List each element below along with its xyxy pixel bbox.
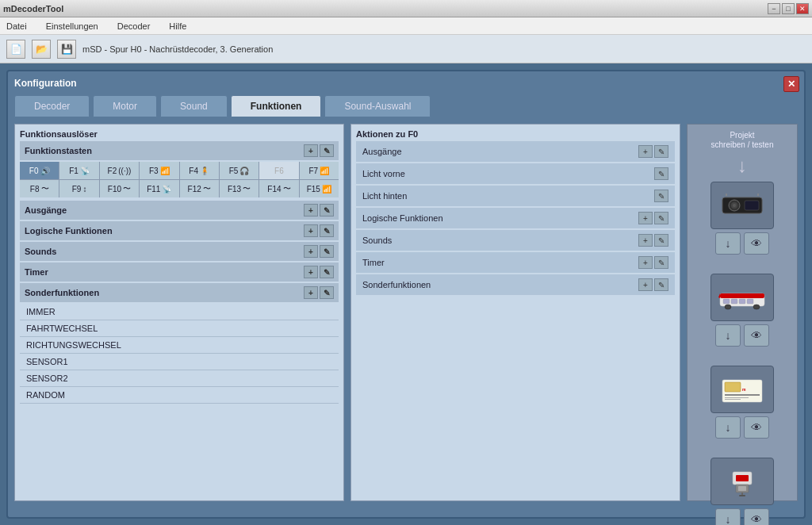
right-ausgange-add[interactable]: +	[638, 145, 653, 158]
fkey-f8-label: F8	[30, 185, 40, 194]
fkey-f12[interactable]: F12 〜	[180, 180, 219, 197]
train-view-button[interactable]: 👁	[744, 324, 769, 347]
fkey-f5[interactable]: F5 🎧	[220, 162, 259, 179]
close-window-button[interactable]: ✕	[796, 3, 809, 14]
right-sounds-edit[interactable]: ✎	[654, 234, 668, 247]
fkey-f5-label: F5	[229, 167, 239, 175]
tab-sound-auswahl[interactable]: Sound-Auswahl	[324, 95, 431, 117]
right-sonder-add[interactable]: +	[638, 278, 653, 291]
list-item-fahrtwechsel[interactable]: FAHRTWECHSEL	[20, 320, 339, 337]
sonder-edit-button[interactable]: ✎	[320, 286, 334, 299]
tab-funktionen[interactable]: Funktionen	[231, 95, 322, 117]
right-ausgange-header[interactable]: Ausgänge + ✎	[356, 141, 675, 162]
timer-add-button[interactable]: +	[304, 266, 318, 278]
list-item-sensor2[interactable]: SENSOR2	[20, 370, 339, 387]
right-licht-vorne-edit[interactable]: ✎	[654, 167, 668, 180]
fkey-f15[interactable]: F15 📶	[300, 180, 339, 197]
usb-download-button[interactable]: ↓	[715, 508, 741, 525]
timer-edit-button[interactable]: ✎	[320, 266, 334, 278]
funktionstasten-add-button[interactable]: +	[304, 144, 318, 157]
logische-edit-button[interactable]: ✎	[320, 224, 334, 237]
logische-add-button[interactable]: +	[304, 224, 318, 237]
left-section-label: Funktionsauslöser	[20, 129, 339, 139]
sounds-add-button[interactable]: +	[304, 245, 318, 258]
tab-sound[interactable]: Sound	[160, 95, 228, 117]
fkey-f1[interactable]: F1 📡	[59, 162, 98, 179]
fkey-f13[interactable]: F13 〜	[220, 180, 259, 197]
tab-decoder[interactable]: Decoder	[14, 95, 90, 117]
fkey-f6[interactable]: F6	[259, 162, 298, 179]
right-sonder-actions: + ✎	[638, 278, 668, 291]
list-item-richtungswechsel[interactable]: RICHTUNGSWECHSEL	[20, 337, 339, 354]
menu-einstellungen[interactable]: Einstellungen	[43, 20, 102, 33]
menu-hilfe[interactable]: Hilfe	[166, 20, 190, 33]
save-button[interactable]: 💾	[57, 40, 76, 59]
right-timer-add[interactable]: +	[638, 256, 653, 269]
fkey-f2[interactable]: F2 ((·))	[100, 162, 139, 179]
toolbar: 📄 📂 💾 mSD - Spur H0 - Nachrüstdecoder, 3…	[0, 35, 812, 63]
list-item-sensor1[interactable]: SENSOR1	[20, 354, 339, 370]
train-download-button[interactable]: ↓	[715, 324, 741, 347]
fkey-f1-icon: 📡	[80, 167, 90, 175]
fkey-f3[interactable]: F3 📶	[140, 162, 178, 179]
tab-motor[interactable]: Motor	[93, 95, 157, 117]
minimize-button[interactable]: −	[768, 3, 780, 14]
right-licht-hinten-header[interactable]: Licht hinten ✎	[356, 186, 675, 206]
right-logische-edit[interactable]: ✎	[654, 212, 668, 224]
new-button[interactable]: 📄	[6, 40, 25, 59]
list-item-immer[interactable]: IMMER	[20, 304, 339, 320]
right-licht-hinten-edit[interactable]: ✎	[654, 190, 668, 202]
right-sounds-header[interactable]: Sounds + ✎	[356, 230, 675, 251]
ausgange-edit-button[interactable]: ✎	[320, 204, 334, 217]
fkey-f10[interactable]: F10 〜	[100, 180, 139, 197]
right-panel: Aktionen zu F0 Ausgänge + ✎ Licht vorne	[350, 124, 680, 501]
fkey-f14[interactable]: F14 〜	[259, 180, 298, 197]
right-logische-header[interactable]: Logische Funktionen + ✎	[356, 208, 675, 228]
right-timer: Timer + ✎	[356, 252, 675, 273]
fkey-f11[interactable]: F11 📡	[140, 180, 178, 197]
right-timer-header[interactable]: Timer + ✎	[356, 252, 675, 273]
train-buttons-row: ↓ 👁	[715, 324, 769, 347]
open-button[interactable]: 📂	[32, 40, 51, 59]
decoder-view-button[interactable]: 👁	[744, 232, 769, 255]
right-sonder-header[interactable]: Sonderfunktionen + ✎	[356, 274, 675, 295]
fkey-f7[interactable]: F7 📶	[300, 162, 339, 179]
svg-rect-27	[739, 495, 745, 496]
card-download-button[interactable]: ↓	[715, 416, 741, 439]
usb-buttons-row: ↓ 👁	[715, 508, 769, 525]
svg-point-3	[733, 204, 736, 207]
fkeys-grid: F0 🔊 F1 📡 F2 ((·)) F3 📶	[20, 162, 339, 197]
fkey-f0[interactable]: F0 🔊	[20, 162, 59, 179]
sounds-edit-button[interactable]: ✎	[320, 245, 334, 258]
funktionstasten-header: Funktionstasten + ✎	[20, 141, 339, 160]
funktionstasten-edit-button[interactable]: ✎	[320, 144, 334, 157]
logische-label: Logische Funktionen	[25, 226, 113, 236]
maximize-button[interactable]: □	[782, 3, 795, 14]
svg-rect-25	[738, 486, 746, 491]
fkey-f8-icon: 〜	[41, 183, 49, 194]
menu-datei[interactable]: Datei	[3, 20, 30, 33]
right-logische-label: Logische Funktionen	[362, 213, 443, 223]
card-view-button[interactable]: 👁	[744, 416, 769, 439]
fkey-f3-label: F3	[149, 167, 159, 175]
decoder-download-button[interactable]: ↓	[715, 232, 741, 255]
right-licht-vorne-header[interactable]: Licht vorne ✎	[356, 163, 675, 184]
right-timer-edit[interactable]: ✎	[654, 256, 668, 269]
fkey-f8[interactable]: F8 〜	[20, 180, 59, 197]
ausgange-add-button[interactable]: +	[304, 204, 318, 217]
funktionstasten-actions: + ✎	[304, 144, 334, 157]
panel-body: Funktionsauslöser Funktionstasten + ✎ F0…	[14, 124, 798, 501]
right-sonder-edit[interactable]: ✎	[654, 278, 668, 291]
fkey-f9[interactable]: F9 ↕	[59, 180, 98, 197]
list-item-random[interactable]: RANDOM	[20, 387, 339, 404]
config-close-button[interactable]: ✕	[783, 76, 799, 92]
right-logische-add[interactable]: +	[638, 212, 653, 224]
menu-decoder[interactable]: Decoder	[114, 20, 154, 33]
fkey-f4[interactable]: F4 🧍	[180, 162, 219, 179]
usb-view-button[interactable]: 👁	[744, 508, 769, 525]
titlebar: mDecoderTool − □ ✕	[0, 0, 812, 17]
right-ausgange-edit[interactable]: ✎	[654, 145, 668, 158]
sonder-add-button[interactable]: +	[304, 286, 318, 299]
fkey-f14-label: F14	[267, 185, 281, 194]
right-sounds-add[interactable]: +	[638, 234, 653, 247]
